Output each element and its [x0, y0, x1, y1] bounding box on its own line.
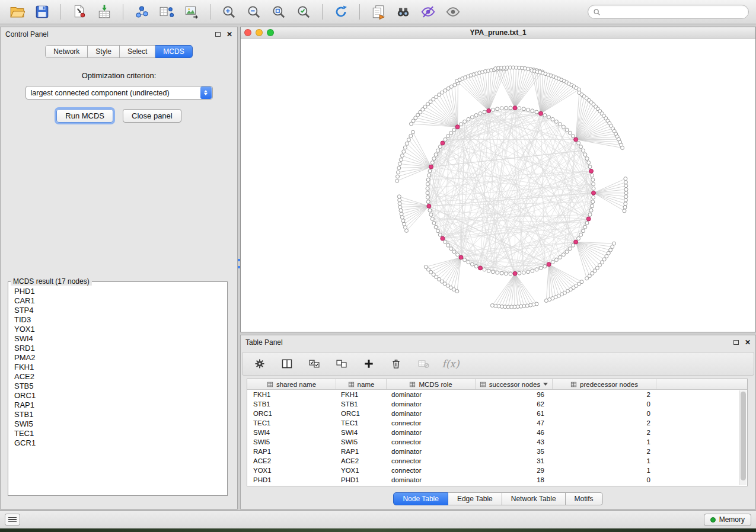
tab-mcds[interactable]: MCDS: [155, 45, 192, 58]
mcds-result-item[interactable]: TID3: [10, 315, 225, 325]
table-row[interactable]: FKH1FKH1dominator962: [247, 390, 747, 399]
column-header-predecessor-nodes[interactable]: predecessor nodes: [553, 379, 656, 389]
tab-network[interactable]: Network: [45, 45, 88, 58]
close-table-panel-icon[interactable]: ✕: [745, 339, 751, 346]
optimization-criterion-dropdown[interactable]: largest connected component (undirected): [25, 86, 213, 100]
tab-edge-table[interactable]: Edge Table: [448, 492, 502, 505]
table-cell: FKH1: [247, 390, 336, 399]
search-input[interactable]: [604, 8, 744, 16]
table-row[interactable]: PHD1PHD1dominator180: [247, 475, 747, 485]
mcds-result-item[interactable]: TEC1: [10, 429, 225, 438]
mcds-result-item[interactable]: CAR1: [10, 296, 225, 306]
table-cell: dominator: [387, 399, 476, 409]
mcds-result-item[interactable]: GCR1: [10, 438, 225, 448]
tab-motifs[interactable]: Motifs: [566, 492, 603, 505]
search-binoculars-icon[interactable]: [393, 2, 413, 21]
copy-document-icon[interactable]: [368, 2, 388, 21]
tab-node-table[interactable]: Node Table: [393, 492, 448, 505]
table-cell: 46: [476, 428, 553, 437]
hide-elements-icon[interactable]: [418, 2, 438, 21]
show-elements-icon[interactable]: [443, 2, 463, 21]
tab-style[interactable]: Style: [88, 45, 120, 58]
mcds-result-item[interactable]: ACE2: [10, 372, 225, 382]
table-cell: PHD1: [247, 475, 336, 485]
float-panel-icon[interactable]: [215, 32, 221, 37]
column-label: shared name: [276, 381, 316, 388]
mcds-result-item[interactable]: SRD1: [10, 344, 225, 353]
search-field[interactable]: [588, 5, 749, 19]
zoom-in-icon[interactable]: [219, 2, 239, 21]
zoom-selected-icon[interactable]: [294, 2, 314, 21]
columns-icon[interactable]: [279, 357, 295, 371]
close-panel-icon[interactable]: ✕: [227, 31, 232, 38]
sort-arrow-icon[interactable]: [543, 383, 548, 386]
network-canvas[interactable]: [241, 39, 755, 332]
table-row[interactable]: STB1STB1dominator620: [247, 399, 747, 409]
function-fx-icon: f(x): [443, 357, 458, 371]
table-tabs: Node Table Edge Table Network Table Moti…: [241, 492, 755, 505]
open-file-icon[interactable]: [7, 2, 27, 21]
table-row[interactable]: SWI5SWI5connector431: [247, 437, 747, 447]
minimize-window-icon[interactable]: [256, 29, 263, 36]
network-title-bar[interactable]: YPA_prune.txt_1: [241, 27, 755, 39]
mcds-result-item[interactable]: SWI4: [10, 334, 225, 344]
mcds-result-list[interactable]: PHD1CAR1STP4TID3YOX1SWI4SRD1PMA2FKH1ACE2…: [10, 287, 225, 493]
column-header-mcds-role[interactable]: MCDS role: [387, 379, 476, 389]
mcds-result-item[interactable]: PMA2: [10, 353, 225, 363]
table-scrollbar[interactable]: [739, 390, 747, 485]
mcds-result-item[interactable]: ORC1: [10, 391, 225, 400]
mcds-result-item[interactable]: SWI5: [10, 419, 225, 429]
mcds-result-item[interactable]: PHD1: [10, 287, 225, 296]
table-row[interactable]: YOX1YOX1connector291: [247, 466, 747, 475]
table-cell: 0: [553, 475, 656, 485]
share-network-icon[interactable]: [132, 2, 152, 21]
table-row[interactable]: RAP1RAP1dominator352: [247, 447, 747, 456]
column-label: predecessor nodes: [580, 381, 638, 388]
table-row[interactable]: SWI4SWI4dominator462: [247, 428, 747, 437]
zoom-fit-icon[interactable]: [269, 2, 289, 21]
select-all-icon[interactable]: [307, 357, 322, 371]
dropdown-value: largest connected component (undirected): [26, 89, 200, 97]
task-list-icon[interactable]: [5, 514, 20, 525]
table-panel-title: Table Panel: [245, 338, 283, 347]
mcds-result-item[interactable]: YOX1: [10, 325, 225, 334]
close-panel-button[interactable]: Close panel: [123, 109, 181, 123]
scrollbar-thumb[interactable]: [741, 392, 746, 480]
table-cell: PHD1: [336, 475, 387, 485]
mcds-result-item[interactable]: STB5: [10, 382, 225, 391]
table-row[interactable]: ACE2ACE2connector311: [247, 456, 747, 466]
run-mcds-button[interactable]: Run MCDS: [56, 109, 113, 123]
table-row[interactable]: ORC1ORC1dominator610: [247, 409, 747, 418]
add-row-icon[interactable]: [361, 357, 377, 371]
node-table: shared name name MCDS role successor nod…: [247, 379, 748, 486]
table-cell: SWI4: [336, 428, 387, 437]
save-session-icon[interactable]: [32, 2, 52, 21]
mcds-result-item[interactable]: FKH1: [10, 363, 225, 372]
table-cell: 35: [476, 447, 553, 456]
network-from-table-icon[interactable]: [157, 2, 177, 21]
column-header-shared-name[interactable]: shared name: [247, 379, 336, 389]
import-network-icon[interactable]: [69, 2, 90, 21]
deselect-all-icon[interactable]: [334, 357, 349, 371]
refresh-icon[interactable]: [331, 2, 351, 21]
mcds-result-item[interactable]: RAP1: [10, 400, 225, 410]
table-row[interactable]: TEC1TEC1connector472: [247, 418, 747, 428]
import-table-icon[interactable]: [94, 2, 114, 21]
tab-network-table[interactable]: Network Table: [502, 492, 566, 505]
table-cell: TEC1: [247, 418, 336, 428]
memory-button[interactable]: Memory: [704, 514, 751, 526]
toolbar-separator: [60, 4, 61, 20]
column-header-successor-nodes[interactable]: successor nodes: [476, 379, 553, 389]
tab-select[interactable]: Select: [120, 45, 155, 58]
float-table-panel-icon[interactable]: [733, 340, 739, 345]
close-window-icon[interactable]: [244, 29, 251, 36]
column-header-name[interactable]: name: [336, 379, 387, 389]
zoom-out-icon[interactable]: [244, 2, 264, 21]
settings-gear-icon[interactable]: [252, 357, 267, 371]
delete-row-icon[interactable]: [388, 357, 404, 371]
mcds-result-item[interactable]: STB1: [10, 410, 225, 419]
export-image-icon[interactable]: [181, 2, 202, 21]
mcds-result-item[interactable]: STP4: [10, 306, 225, 315]
table-toolbar: f(x): [242, 352, 754, 376]
maximize-window-icon[interactable]: [267, 29, 274, 36]
